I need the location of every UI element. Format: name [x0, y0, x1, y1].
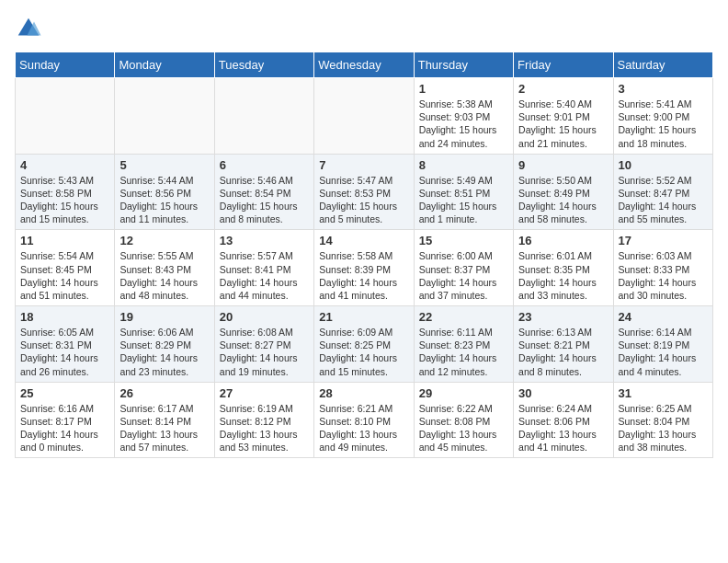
daylight-text: Daylight: 13 hours and 57 minutes.: [119, 429, 198, 453]
daylight-text: Daylight: 14 hours and 48 minutes.: [119, 277, 198, 301]
sunrise-text: Sunrise: 6:08 AM: [220, 327, 293, 338]
daylight-text: Daylight: 13 hours and 45 minutes.: [419, 429, 497, 453]
day-number: 17: [619, 234, 708, 247]
calendar-cell: 21Sunrise: 6:09 AMSunset: 8:25 PMDayligh…: [314, 306, 414, 383]
sunrise-text: Sunrise: 6:09 AM: [319, 327, 392, 338]
day-info: Sunrise: 5:58 AMSunset: 8:39 PMDaylight:…: [319, 249, 408, 302]
daylight-text: Daylight: 14 hours and 51 minutes.: [20, 277, 98, 301]
day-number: 11: [20, 234, 109, 247]
calendar-header-row: SundayMondayTuesdayWednesdayThursdayFrid…: [16, 52, 713, 78]
day-info: Sunrise: 6:03 AMSunset: 8:33 PMDaylight:…: [619, 249, 708, 302]
sunset-text: Sunset: 8:17 PM: [20, 416, 92, 427]
calendar-cell: 24Sunrise: 6:14 AMSunset: 8:19 PMDayligh…: [613, 306, 712, 383]
sunrise-text: Sunrise: 6:16 AM: [20, 403, 94, 414]
sunrise-text: Sunrise: 5:52 AM: [619, 175, 692, 186]
sunset-text: Sunset: 8:43 PM: [119, 264, 191, 275]
calendar-cell: 30Sunrise: 6:24 AMSunset: 8:06 PMDayligh…: [514, 382, 613, 458]
daylight-text: Daylight: 15 hours and 15 minutes.: [20, 201, 98, 224]
sunrise-text: Sunrise: 6:11 AM: [419, 327, 493, 338]
sunset-text: Sunset: 8:53 PM: [319, 188, 391, 199]
day-info: Sunrise: 5:41 AMSunset: 9:00 PMDaylight:…: [619, 98, 708, 150]
day-number: 4: [20, 158, 109, 172]
calendar-cell: 4Sunrise: 5:43 AMSunset: 8:58 PMDaylight…: [16, 154, 115, 230]
calendar-cell: 10Sunrise: 5:52 AMSunset: 8:47 PMDayligh…: [613, 154, 712, 230]
sunrise-text: Sunrise: 5:50 AM: [518, 175, 592, 186]
day-info: Sunrise: 6:11 AMSunset: 8:23 PMDaylight:…: [419, 326, 508, 378]
calendar-week-row: 18Sunrise: 6:05 AMSunset: 8:31 PMDayligh…: [16, 306, 713, 383]
sunset-text: Sunset: 9:01 PM: [518, 111, 590, 122]
day-info: Sunrise: 5:38 AMSunset: 9:03 PMDaylight:…: [419, 98, 508, 150]
calendar-week-row: 4Sunrise: 5:43 AMSunset: 8:58 PMDaylight…: [16, 154, 713, 230]
day-info: Sunrise: 5:40 AMSunset: 9:01 PMDaylight:…: [518, 98, 608, 150]
sunrise-text: Sunrise: 5:40 AM: [518, 98, 592, 109]
day-info: Sunrise: 6:24 AMSunset: 8:06 PMDaylight:…: [518, 402, 608, 454]
day-info: Sunrise: 6:05 AMSunset: 8:31 PMDaylight:…: [20, 326, 109, 378]
daylight-text: Daylight: 14 hours and 0 minutes.: [20, 429, 98, 453]
day-number: 8: [419, 158, 508, 172]
sunset-text: Sunset: 8:23 PM: [419, 339, 491, 350]
calendar-cell: [16, 78, 115, 155]
day-number: 13: [220, 234, 309, 247]
day-number: 18: [20, 310, 109, 324]
sunrise-text: Sunrise: 6:21 AM: [319, 403, 392, 414]
calendar-cell: [214, 78, 313, 155]
calendar-cell: 9Sunrise: 5:50 AMSunset: 8:49 PMDaylight…: [514, 154, 613, 230]
day-number: 29: [419, 386, 508, 400]
day-info: Sunrise: 5:50 AMSunset: 8:49 PMDaylight:…: [518, 174, 608, 226]
day-number: 10: [619, 158, 708, 172]
calendar-cell: 12Sunrise: 5:55 AMSunset: 8:43 PMDayligh…: [115, 230, 214, 306]
sunrise-text: Sunrise: 5:38 AM: [419, 98, 493, 109]
sunrise-text: Sunrise: 5:58 AM: [319, 250, 392, 261]
day-info: Sunrise: 5:49 AMSunset: 8:51 PMDaylight:…: [419, 174, 508, 226]
day-number: 28: [319, 386, 408, 400]
sunset-text: Sunset: 8:56 PM: [119, 188, 191, 199]
day-number: 16: [518, 234, 608, 247]
daylight-text: Daylight: 14 hours and 44 minutes.: [220, 277, 298, 301]
sunset-text: Sunset: 8:41 PM: [220, 264, 291, 275]
calendar-cell: 5Sunrise: 5:44 AMSunset: 8:56 PMDaylight…: [115, 154, 214, 230]
day-number: 6: [220, 158, 309, 172]
day-info: Sunrise: 6:21 AMSunset: 8:10 PMDaylight:…: [319, 402, 408, 454]
sunset-text: Sunset: 8:45 PM: [20, 264, 92, 275]
sunset-text: Sunset: 8:33 PM: [619, 264, 690, 275]
day-number: 5: [119, 158, 209, 172]
day-info: Sunrise: 6:25 AMSunset: 8:04 PMDaylight:…: [619, 402, 708, 454]
calendar-cell: 1Sunrise: 5:38 AMSunset: 9:03 PMDaylight…: [414, 78, 513, 155]
daylight-text: Daylight: 14 hours and 23 minutes.: [119, 352, 198, 376]
daylight-text: Daylight: 15 hours and 24 minutes.: [419, 124, 497, 148]
sunset-text: Sunset: 8:10 PM: [319, 416, 391, 427]
daylight-text: Daylight: 14 hours and 55 minutes.: [619, 201, 697, 224]
calendar-cell: 7Sunrise: 5:47 AMSunset: 8:53 PMDaylight…: [314, 154, 414, 230]
sunset-text: Sunset: 8:37 PM: [419, 264, 491, 275]
day-number: 21: [319, 310, 408, 324]
sunset-text: Sunset: 8:06 PM: [518, 416, 590, 427]
sunrise-text: Sunrise: 6:14 AM: [619, 327, 692, 338]
sunset-text: Sunset: 9:03 PM: [419, 111, 491, 122]
sunset-text: Sunset: 8:29 PM: [119, 339, 191, 350]
sunrise-text: Sunrise: 6:06 AM: [119, 327, 193, 338]
calendar-header-friday: Friday: [514, 52, 613, 78]
day-number: 31: [619, 386, 708, 400]
day-info: Sunrise: 6:06 AMSunset: 8:29 PMDaylight:…: [119, 326, 209, 378]
calendar-cell: 11Sunrise: 5:54 AMSunset: 8:45 PMDayligh…: [16, 230, 115, 306]
calendar-header-tuesday: Tuesday: [214, 52, 313, 78]
calendar-week-row: 25Sunrise: 6:16 AMSunset: 8:17 PMDayligh…: [16, 382, 713, 458]
calendar-cell: 29Sunrise: 6:22 AMSunset: 8:08 PMDayligh…: [414, 382, 513, 458]
day-info: Sunrise: 6:19 AMSunset: 8:12 PMDaylight:…: [220, 402, 309, 454]
day-number: 15: [419, 234, 508, 247]
sunrise-text: Sunrise: 6:00 AM: [419, 250, 493, 261]
sunset-text: Sunset: 8:39 PM: [319, 264, 391, 275]
sunrise-text: Sunrise: 6:01 AM: [518, 250, 592, 261]
calendar-cell: 20Sunrise: 6:08 AMSunset: 8:27 PMDayligh…: [214, 306, 313, 383]
day-number: 23: [518, 310, 608, 324]
day-number: 14: [319, 234, 408, 247]
calendar-cell: 8Sunrise: 5:49 AMSunset: 8:51 PMDaylight…: [414, 154, 513, 230]
day-number: 25: [20, 386, 109, 400]
calendar-cell: 16Sunrise: 6:01 AMSunset: 8:35 PMDayligh…: [514, 230, 613, 306]
calendar-cell: 3Sunrise: 5:41 AMSunset: 9:00 PMDaylight…: [613, 78, 712, 155]
day-info: Sunrise: 5:52 AMSunset: 8:47 PMDaylight:…: [619, 174, 708, 226]
calendar-cell: 18Sunrise: 6:05 AMSunset: 8:31 PMDayligh…: [16, 306, 115, 383]
calendar-cell: 25Sunrise: 6:16 AMSunset: 8:17 PMDayligh…: [16, 382, 115, 458]
sunset-text: Sunset: 8:58 PM: [20, 188, 92, 199]
calendar-cell: 13Sunrise: 5:57 AMSunset: 8:41 PMDayligh…: [214, 230, 313, 306]
